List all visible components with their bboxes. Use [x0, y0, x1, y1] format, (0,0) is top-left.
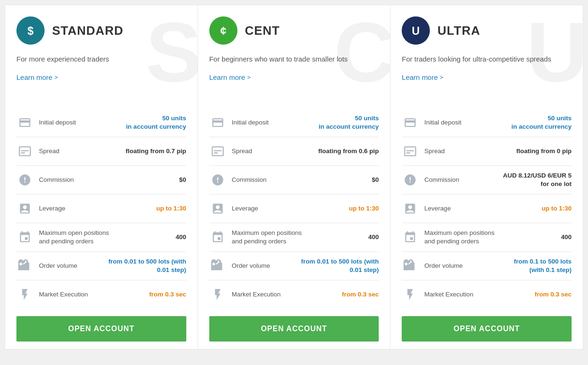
account-desc-cent: For beginners who want to trade smaller …	[209, 54, 379, 64]
feature-label-ultra-market-execution: Market Execution	[424, 290, 519, 299]
card-footer-standard: OPEN ACCOUNT	[5, 309, 198, 349]
feature-label-ultra-max-positions: Maximum open positions and pending order…	[424, 229, 519, 245]
feature-row-cent-max-positions: Maximum open positions and pending order…	[209, 223, 379, 252]
feature-row-standard-leverage: Leverageup to 1:30	[16, 194, 186, 223]
card-features-ultra: Initial deposit50 units in account curre…	[390, 109, 583, 309]
feature-icon-spread	[209, 143, 226, 160]
feature-value-cent-max-positions: 400	[332, 233, 379, 241]
learn-more-cent[interactable]: Learn more>	[209, 73, 251, 81]
card-footer-cent: OPEN ACCOUNT	[198, 309, 390, 349]
feature-label-standard-order-volume: Order volume	[39, 262, 103, 270]
card-cent: C ¢ CENTFor beginners who want to trade …	[198, 5, 391, 349]
open-account-button-ultra[interactable]: OPEN ACCOUNT	[402, 316, 572, 342]
feature-value-cent-spread: floating from 0.6 pip	[318, 147, 379, 155]
feature-row-standard-max-positions: Maximum open positions and pending order…	[16, 223, 186, 252]
feature-icon-leverage	[16, 200, 33, 217]
open-account-button-cent[interactable]: OPEN ACCOUNT	[209, 316, 379, 342]
feature-label-ultra-order-volume: Order volume	[424, 262, 508, 270]
feature-row-standard-spread: Spreadfloating from 0.7 pip	[16, 137, 186, 166]
feature-label-cent-order-volume: Order volume	[232, 262, 296, 270]
feature-icon-spread	[402, 143, 419, 160]
feature-value-ultra-order-volume: from 0.1 to 500 lots (with 0.1 step)	[514, 257, 572, 274]
feature-icon-commission	[16, 171, 33, 188]
feature-icon-max-positions	[209, 229, 226, 246]
feature-value-standard-leverage: up to 1:30	[139, 204, 186, 213]
feature-row-standard-initial-deposit: Initial deposit50 units in account curre…	[16, 109, 186, 137]
learn-more-arrow-cent: >	[247, 74, 251, 81]
feature-label-cent-spread: Spread	[232, 147, 313, 155]
card-features-cent: Initial deposit50 units in account curre…	[198, 109, 390, 309]
card-header-standard: S $ STANDARDFor more experienced traders…	[5, 5, 198, 109]
card-features-standard: Initial deposit50 units in account curre…	[5, 109, 198, 309]
feature-label-standard-commission: Commission	[39, 176, 134, 184]
feature-label-ultra-spread: Spread	[424, 147, 511, 155]
card-header-ultra: U U ULTRAFor traders looking for ultra-c…	[390, 5, 583, 109]
feature-row-standard-commission: Commission$0	[16, 166, 186, 194]
feature-value-standard-order-volume: from 0.01 to 500 lots (with 0.01 step)	[108, 257, 186, 274]
learn-more-ultra[interactable]: Learn more>	[402, 73, 443, 81]
feature-label-standard-initial-deposit: Initial deposit	[39, 118, 120, 127]
account-name-standard: STANDARD	[52, 23, 123, 38]
feature-label-standard-spread: Spread	[39, 147, 120, 155]
feature-icon-order-volume	[16, 257, 33, 274]
svg-text:$: $	[27, 25, 33, 37]
feature-value-standard-initial-deposit: 50 units in account currency	[126, 114, 186, 131]
feature-icon-commission	[402, 171, 419, 188]
feature-row-cent-commission: Commission$0	[209, 166, 379, 194]
feature-row-cent-order-volume: Order volumefrom 0.01 to 500 lots (with …	[209, 252, 379, 280]
feature-row-cent-leverage: Leverageup to 1:30	[209, 194, 379, 223]
learn-more-arrow-ultra: >	[440, 74, 443, 81]
account-icon-cent: ¢	[209, 16, 237, 45]
feature-label-cent-commission: Commission	[232, 176, 327, 184]
feature-label-standard-market-execution: Market Execution	[39, 290, 134, 299]
feature-label-ultra-initial-deposit: Initial deposit	[424, 118, 505, 127]
feature-value-cent-initial-deposit: 50 units in account currency	[319, 114, 379, 131]
feature-icon-market-execution	[16, 286, 33, 303]
card-header-cent: C ¢ CENTFor beginners who want to trade …	[198, 5, 390, 109]
feature-icon-initial-deposit	[402, 114, 419, 131]
feature-label-cent-market-execution: Market Execution	[232, 290, 327, 299]
feature-label-cent-leverage: Leverage	[232, 204, 327, 213]
feature-row-ultra-spread: Spreadfloating from 0 pip	[402, 137, 572, 166]
feature-icon-spread	[16, 143, 33, 160]
feature-label-standard-max-positions: Maximum open positions and pending order…	[39, 229, 134, 245]
feature-icon-market-execution	[209, 286, 226, 303]
feature-row-standard-order-volume: Order volumefrom 0.01 to 500 lots (with …	[16, 252, 186, 280]
feature-value-standard-market-execution: from 0.3 sec	[139, 290, 186, 299]
feature-icon-max-positions	[402, 229, 419, 246]
learn-more-text-cent: Learn more	[209, 73, 245, 81]
feature-value-ultra-market-execution: from 0.3 sec	[525, 290, 572, 299]
account-name-cent: CENT	[245, 23, 280, 38]
learn-more-text-ultra: Learn more	[402, 73, 438, 81]
feature-value-standard-spread: floating from 0.7 pip	[126, 147, 186, 155]
feature-row-cent-spread: Spreadfloating from 0.6 pip	[209, 137, 379, 166]
feature-label-ultra-commission: Commission	[424, 176, 497, 184]
feature-value-ultra-spread: floating from 0 pip	[516, 147, 572, 155]
feature-icon-max-positions	[16, 229, 33, 246]
feature-row-ultra-order-volume: Order volumefrom 0.1 to 500 lots (with 0…	[402, 252, 572, 280]
feature-value-ultra-commission: AUD 8.12/USD 6/EUR 5 for one lot	[503, 171, 572, 188]
feature-icon-order-volume	[402, 257, 419, 274]
title-row-standard: $ STANDARD	[16, 16, 186, 45]
feature-row-cent-market-execution: Market Executionfrom 0.3 sec	[209, 280, 379, 309]
feature-value-ultra-initial-deposit: 50 units in account currency	[512, 114, 572, 131]
learn-more-standard[interactable]: Learn more>	[16, 73, 58, 81]
feature-value-ultra-leverage: up to 1:30	[525, 204, 572, 213]
feature-row-ultra-commission: CommissionAUD 8.12/USD 6/EUR 5 for one l…	[402, 166, 572, 194]
feature-row-ultra-market-execution: Market Executionfrom 0.3 sec	[402, 280, 572, 309]
account-name-ultra: ULTRA	[437, 23, 480, 38]
feature-label-standard-leverage: Leverage	[39, 204, 134, 213]
cards-container: S $ STANDARDFor more experienced traders…	[5, 5, 583, 349]
feature-icon-initial-deposit	[209, 114, 226, 131]
feature-value-cent-commission: $0	[332, 176, 379, 184]
feature-label-cent-max-positions: Maximum open positions and pending order…	[232, 229, 327, 245]
feature-row-ultra-leverage: Leverageup to 1:30	[402, 194, 572, 223]
account-icon-ultra: U	[402, 16, 430, 45]
open-account-button-standard[interactable]: OPEN ACCOUNT	[16, 316, 186, 342]
feature-value-standard-commission: $0	[139, 176, 186, 184]
feature-row-cent-initial-deposit: Initial deposit50 units in account curre…	[209, 109, 379, 137]
title-row-cent: ¢ CENT	[209, 16, 379, 45]
feature-icon-market-execution	[402, 286, 419, 303]
svg-text:¢: ¢	[220, 25, 226, 37]
feature-row-ultra-initial-deposit: Initial deposit50 units in account curre…	[402, 109, 572, 137]
